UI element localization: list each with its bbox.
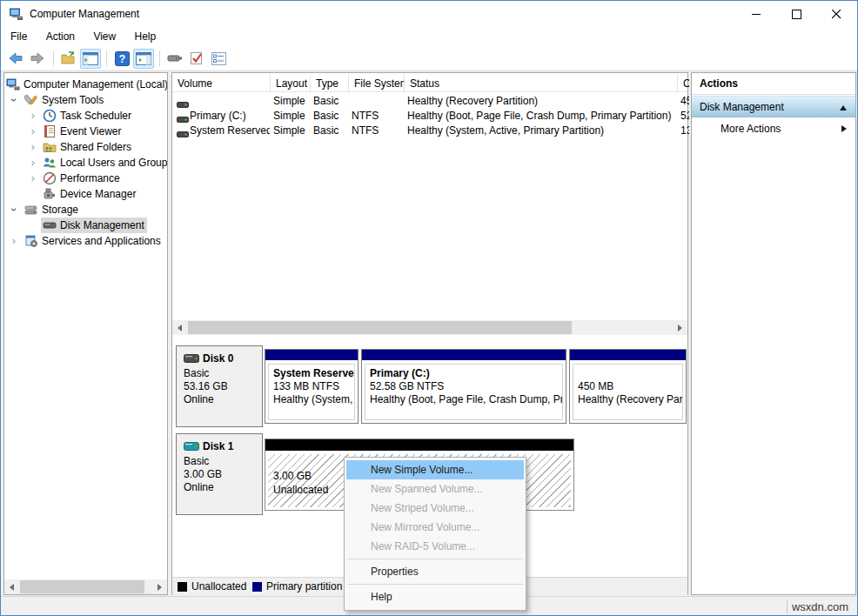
cell-file-system: NTFS [352,124,404,138]
disk-1-status: Online [184,481,262,494]
volume-row-system-reserved[interactable]: System Reserved Simple Basic NTFS Health… [172,124,687,138]
tree-item-device-manager[interactable]: Device Manager [4,186,167,202]
menu-help[interactable]: Help [127,27,164,46]
scrollbar-thumb[interactable] [20,580,144,593]
forward-icon[interactable] [27,49,48,69]
partition-system-reserved[interactable]: System Reserved 133 MB NTFS Healthy (Sys… [265,349,359,424]
disk-0-label[interactable]: Disk 0 Basic 53.16 GB Online [176,345,263,427]
unallocated-color-bar [265,439,573,451]
properties-list-icon[interactable] [208,49,229,69]
cell-status: Healthy (System, Active, Primary Partiti… [407,124,677,138]
menu-bar: File Action View Help [1,27,857,46]
scroll-left-arrow[interactable] [172,320,187,335]
menu-separator [347,559,523,559]
column-header-volume[interactable]: Volume [172,75,271,92]
toolbar: ? [1,46,857,71]
volume-row-primary-c[interactable]: Primary (C:) Simple Basic NTFS Healthy (… [172,109,687,124]
primary-partition-color-bar [265,350,358,360]
scroll-left-arrow[interactable] [4,579,19,594]
maximize-button[interactable] [776,1,816,27]
status-bar-separator [787,599,788,613]
tree-item-computer-management[interactable]: Computer Management (Local) [4,77,167,92]
unallocated-details: 3.00 GB Unallocated [273,469,328,497]
chevron-right-icon[interactable]: › [9,233,19,249]
tree-item-label: Local Users and Groups [60,155,167,171]
cell-capacity: 133 MB [680,124,689,138]
disk-device-icon[interactable] [164,49,185,69]
tree-item-services-and-applications[interactable]: › Services and Applications [4,233,167,249]
tree-item-disk-management[interactable]: Disk Management [4,218,167,233]
svg-text:?: ? [118,53,124,65]
tree-item-storage[interactable]: › Storage [4,202,167,218]
export-list-icon[interactable] [58,49,79,69]
watermark: wsxdn.com [792,597,848,616]
partition-details: 450 MB Healthy (Recovery Partition) [573,364,683,420]
disk-1-label[interactable]: Disk 1 Basic 3.00 GB Online [176,433,263,515]
collapse-icon[interactable] [840,105,847,110]
column-header-type[interactable]: Type [311,75,349,92]
primary-partition-color-bar [362,350,566,360]
menu-item-new-striped-volume: New Striped Volume... [346,499,524,518]
chevron-right-icon[interactable]: › [28,171,38,186]
chevron-right-icon[interactable]: › [28,124,38,139]
disk-1-type: Basic [184,455,262,468]
close-button[interactable] [816,1,856,27]
chevron-right-icon[interactable]: › [28,155,38,171]
validate-document-icon[interactable] [186,49,207,69]
minimize-button[interactable] [736,1,776,27]
help-icon[interactable]: ? [111,49,132,69]
chevron-down-icon[interactable]: › [6,95,22,105]
tree-item-task-scheduler[interactable]: › Task Scheduler [4,108,167,124]
chevron-right-icon[interactable]: › [28,139,38,155]
menu-item-help[interactable]: Help [346,587,524,606]
tree-item-label: Storage [42,202,78,218]
volume-row-recovery[interactable]: Simple Basic Healthy (Recovery Partition… [172,94,687,109]
title-bar: Computer Management [1,1,857,27]
performance-icon [43,171,57,185]
cell-type: Basic [313,94,348,109]
tree-item-local-users-and-groups[interactable]: › Local Users and Groups [4,155,167,171]
computer-management-app-icon [9,7,23,22]
partition-primary-c[interactable]: Primary (C:) 52.58 GB NTFS Healthy (Boot… [361,349,566,424]
scroll-right-arrow[interactable] [152,579,167,594]
chevron-right-icon[interactable]: › [28,108,38,124]
disk-0-title: Disk 0 [184,352,262,367]
menu-view[interactable]: View [85,27,124,46]
task-scheduler-icon [43,109,57,123]
tree-horizontal-scrollbar[interactable] [4,579,167,594]
show-console-tree-icon[interactable] [80,49,101,69]
column-header-layout[interactable]: Layout [271,75,311,92]
partition-details: System Reserved 133 MB NTFS Healthy (Sys… [268,364,355,420]
column-header-file-system[interactable]: File System [349,75,405,92]
tree-item-label: Task Scheduler [60,108,131,124]
show-action-pane-icon[interactable] [133,49,154,69]
scroll-right-arrow[interactable] [673,320,687,335]
menu-action[interactable]: Action [38,27,83,46]
scrollbar-thumb[interactable] [188,321,572,334]
disk-0-row: Disk 0 Basic 53.16 GB Online System Rese… [172,345,687,427]
volume-icon [177,128,189,143]
tree-item-performance[interactable]: › Performance [4,171,167,186]
disk-1-title: Disk 1 [184,439,262,455]
actions-section-disk-management[interactable]: Disk Management [692,96,855,117]
disk-1-size: 3.00 GB [184,468,262,481]
partition-recovery[interactable]: 450 MB Healthy (Recovery Partition) [569,349,687,424]
column-header-capacity[interactable]: Capacity [678,75,689,92]
cell-status: Healthy (Recovery Partition) [407,94,677,109]
menu-item-new-simple-volume[interactable]: New Simple Volume... [346,460,524,479]
unallocated-legend-swatch [178,582,187,592]
tree-item-label: Disk Management [60,218,144,233]
tree-item-event-viewer[interactable]: › Event Viewer [4,124,167,139]
volume-list-horizontal-scrollbar[interactable] [172,320,687,335]
tree-item-shared-folders[interactable]: › Shared Folders [4,139,167,155]
back-icon[interactable] [5,49,26,69]
cell-volume: System Reserved [190,124,270,138]
tree-item-system-tools[interactable]: › System Tools [4,92,167,108]
more-actions-item[interactable]: More Actions [692,118,855,139]
menu-file[interactable]: File [3,27,35,46]
column-header-status[interactable]: Status [405,75,678,92]
menu-item-new-spanned-volume: New Spanned Volume... [346,479,524,499]
chevron-down-icon[interactable]: › [6,204,22,215]
menu-item-properties[interactable]: Properties [346,562,524,581]
event-viewer-icon [43,124,57,138]
